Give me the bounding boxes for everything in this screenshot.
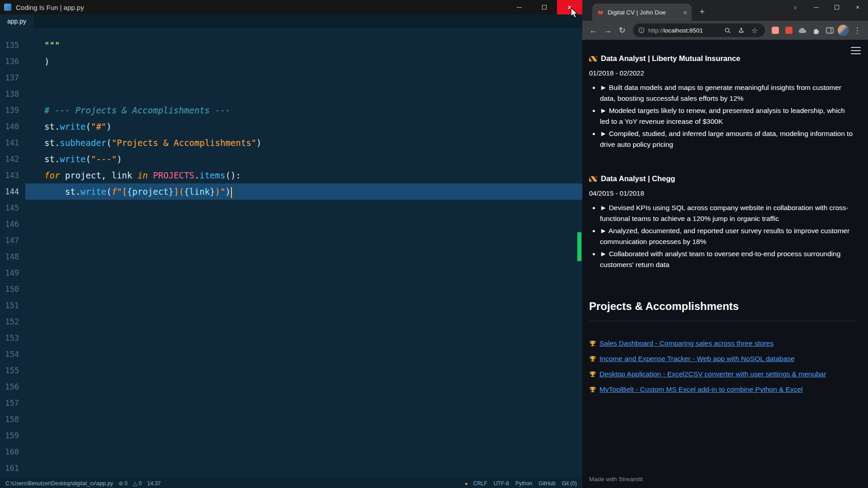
line-number: 156 [0,379,25,395]
project-link[interactable]: Sales Dashboard - Comparing sales across… [599,339,774,347]
new-tab-button[interactable]: + [696,6,708,18]
line-number: 141 [0,135,25,151]
code-line[interactable]: 139# --- Projects & Accomplishments --- [0,102,582,118]
line-number: 152 [0,314,25,330]
code-line[interactable]: 144 st.write(f"[{project}]({link})") [0,183,582,200]
extension-format-icon[interactable] [769,24,781,36]
line-number: 160 [0,444,25,460]
code-line[interactable]: 137 [0,70,582,86]
side-panel-icon[interactable] [824,24,835,36]
code-text [25,330,582,346]
status-errors[interactable]: ⊘ 0 [118,480,127,487]
code-line[interactable]: 138 [0,86,582,102]
status-item[interactable]: Python [515,480,532,487]
line-number: 139 [0,102,25,118]
code-line[interactable]: 143for project, link in PROJECTS.items()… [0,167,582,183]
reload-button[interactable]: ↻ [616,24,628,37]
address-bar[interactable]: http://localhost:8501 ☆ [633,23,765,37]
project-link-row: Sales Dashboard - Comparing sales across… [589,339,855,347]
red-extension-icon [785,27,793,34]
project-link[interactable]: MyToolBelt - Custom MS Excel add-in to c… [599,385,803,394]
code-text [25,216,582,232]
tab-close-icon[interactable]: × [683,9,687,16]
editor-status-bar: C:\Users\Benutzer\Desktop\digital_cv\app… [0,478,582,488]
status-item[interactable]: Git (0) [562,480,577,487]
extensions-puzzle-icon[interactable] [810,24,822,36]
project-link[interactable]: Income and Expense Tracker - Web app wit… [599,355,795,363]
code-line[interactable]: 135""" [0,37,582,53]
browser-tab[interactable]: Digital CV | John Doe × [592,4,692,21]
project-link-row: MyToolBelt - Custom MS Excel add-in to c… [589,385,855,394]
forward-button[interactable]: → [601,24,614,37]
scrollbar-change-marker[interactable] [577,232,581,261]
streamlit-menu-icon[interactable] [851,47,861,54]
status-warnings[interactable]: △ 0 [133,480,142,487]
editor-titlebar: Coding Is Fun | app.py × [0,0,582,14]
editor-minimize-button[interactable] [506,0,532,14]
status-file-path: C:\Users\Benutzer\Desktop\digital_cv\app… [5,480,113,487]
code-line[interactable]: 161 [0,460,582,476]
extension-red-icon[interactable] [783,24,795,36]
code-line[interactable]: 152 [0,314,582,330]
code-text: for project, link in PROJECTS.items(): [25,167,582,183]
url-host: localhost:8501 [664,27,703,34]
streamlit-footer[interactable]: Made with Streamlit [589,476,643,483]
line-number: 155 [0,362,25,379]
code-line[interactable]: 160 [0,444,582,460]
code-area[interactable]: 135"""136)137138139# --- Projects & Acco… [0,28,582,478]
browser-menu-icon[interactable]: ⋮ [851,24,863,37]
code-text: st.write("---") [25,151,582,167]
code-line[interactable]: 156 [0,379,582,395]
cloud-extension-icon[interactable] [797,24,808,36]
project-link[interactable]: Desktop Application - Excel2CSV converte… [599,370,826,378]
status-dot-icon: ● [465,481,468,486]
code-line[interactable]: 154 [0,346,582,362]
code-line[interactable]: 149 [0,265,582,281]
line-number: 149 [0,265,25,281]
editor-maximize-button[interactable] [532,0,557,14]
code-line[interactable]: 153 [0,330,582,346]
line-number: 151 [0,297,25,314]
status-item[interactable]: CRLF [473,480,487,487]
browser-close-button[interactable]: × [847,0,868,14]
code-line[interactable]: 151 [0,297,582,314]
line-number: 157 [0,395,25,411]
browser-maximize-button[interactable] [826,0,847,14]
back-button[interactable]: ← [587,24,599,37]
code-line[interactable]: 159 [0,427,582,444]
job-period: 01/2018 - 02/2022 [589,69,855,77]
status-item[interactable]: UTF-8 [494,480,509,487]
editor-window-title: Coding Is Fun | app.py [16,4,84,11]
job-bullet: ► Compiled, studied, and inferred large … [600,128,855,150]
tab-search-icon[interactable]: ∨ [785,0,806,14]
code-line[interactable]: 158 [0,411,582,427]
code-line[interactable]: 141st.subheader("Projects & Accomplishme… [0,135,582,151]
mouse-cursor [570,7,580,19]
url-text[interactable]: http://localhost:8501 [648,27,703,34]
line-number: 146 [0,216,25,232]
profile-avatar[interactable] [837,24,849,36]
share-icon[interactable] [736,25,746,35]
site-info-icon[interactable] [638,27,645,33]
code-line[interactable]: 146 [0,216,582,232]
editor-tab-app-py[interactable]: app.py [0,14,33,28]
line-number: 145 [0,200,25,216]
code-line[interactable]: 145 [0,200,582,216]
code-line[interactable]: 148 [0,249,582,265]
browser-minimize-button[interactable] [806,0,826,14]
status-item[interactable]: GitHub [538,480,555,487]
code-line[interactable]: 150 [0,281,582,297]
bookmark-star-icon[interactable]: ☆ [750,25,760,35]
code-line[interactable]: 147 [0,232,582,249]
code-line[interactable]: 140st.write("#") [0,118,582,135]
code-line[interactable]: 157 [0,395,582,411]
search-icon[interactable] [722,25,732,35]
code-line[interactable]: 136) [0,53,582,70]
code-line[interactable]: 142st.write("---") [0,151,582,167]
browser-tab-title: Digital CV | John Doe [608,9,679,16]
code-line[interactable]: 155 [0,362,582,379]
line-number: 154 [0,346,25,362]
code-text [25,427,582,444]
line-number: 137 [0,70,25,86]
code-text: st.write("#") [25,118,582,135]
